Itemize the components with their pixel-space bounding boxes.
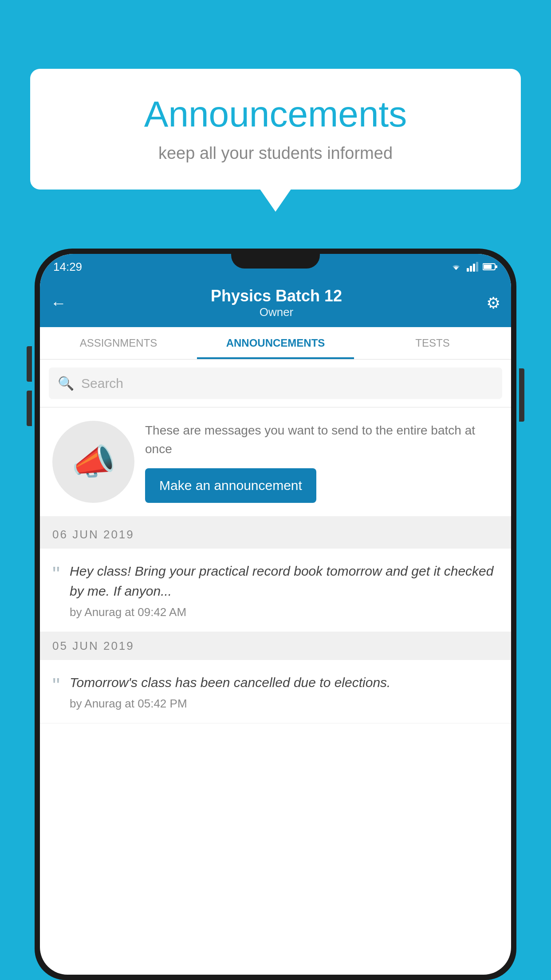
speech-bubble-subtitle: keep all your students informed (57, 144, 494, 163)
header-title-group: Physics Batch 12 Owner (211, 287, 342, 319)
search-container: 🔍 Search (40, 360, 511, 407)
speech-bubble-title: Announcements (57, 93, 494, 135)
header-subtitle: Owner (211, 305, 342, 319)
speech-bubble-container: Announcements keep all your students inf… (30, 69, 521, 190)
svg-rect-6 (496, 265, 497, 268)
svg-rect-3 (476, 262, 478, 272)
announcement-meta-2: by Anurag at 05:42 PM (70, 697, 499, 711)
header-title: Physics Batch 12 (211, 287, 342, 305)
announcement-item-2[interactable]: " Tomorrow's class has been cancelled du… (40, 660, 511, 723)
date-separator-2: 05 JUN 2019 (40, 632, 511, 660)
signal-icon (467, 262, 479, 272)
phone-container: 14:29 (35, 249, 516, 980)
settings-button[interactable]: ⚙ (486, 294, 500, 312)
announcement-content-2: Tomorrow's class has been cancelled due … (70, 672, 499, 711)
svg-rect-2 (473, 264, 475, 272)
announcement-description: These are messages you want to send to t… (145, 421, 499, 458)
status-time: 14:29 (53, 260, 82, 274)
tab-assignments[interactable]: ASSIGNMENTS (40, 327, 197, 359)
quote-icon-1: " (52, 564, 60, 585)
speech-bubble: Announcements keep all your students inf… (30, 69, 521, 190)
phone-outer: 14:29 (35, 249, 516, 980)
announcement-text-2: Tomorrow's class has been cancelled due … (70, 672, 499, 692)
megaphone-icon: 📣 (71, 441, 116, 483)
search-field[interactable]: 🔍 Search (49, 368, 502, 399)
app-header: ← Physics Batch 12 Owner ⚙ (40, 280, 511, 327)
svg-rect-5 (484, 265, 492, 269)
quote-icon-2: " (52, 675, 60, 696)
back-button[interactable]: ← (51, 294, 67, 312)
announcement-content-1: Hey class! Bring your practical record b… (70, 561, 499, 619)
svg-rect-0 (467, 268, 469, 272)
search-placeholder: Search (81, 376, 123, 391)
tabs-container: ASSIGNMENTS ANNOUNCEMENTS TESTS (40, 327, 511, 360)
svg-rect-1 (470, 266, 472, 272)
phone-btn-right (519, 368, 524, 422)
make-announcement-button[interactable]: Make an announcement (145, 468, 316, 503)
announcement-right: These are messages you want to send to t… (145, 421, 499, 503)
announcement-item-1[interactable]: " Hey class! Bring your practical record… (40, 549, 511, 632)
phone-btn-left (27, 346, 32, 382)
announcement-placeholder: 📣 These are messages you want to send to… (40, 407, 511, 521)
date-separator-1: 06 JUN 2019 (40, 521, 511, 549)
battery-icon (483, 263, 498, 271)
phone-notch (231, 249, 320, 269)
phone-screen: 14:29 (40, 254, 511, 975)
search-icon: 🔍 (58, 375, 74, 391)
phone-btn-left2 (27, 391, 32, 426)
tab-announcements[interactable]: ANNOUNCEMENTS (197, 327, 354, 359)
announcement-icon-circle: 📣 (52, 421, 134, 503)
announcement-meta-1: by Anurag at 09:42 AM (70, 605, 499, 619)
signal-icons (449, 262, 498, 272)
announcement-text-1: Hey class! Bring your practical record b… (70, 561, 499, 601)
tab-tests[interactable]: TESTS (354, 327, 511, 359)
wifi-icon (449, 262, 463, 272)
